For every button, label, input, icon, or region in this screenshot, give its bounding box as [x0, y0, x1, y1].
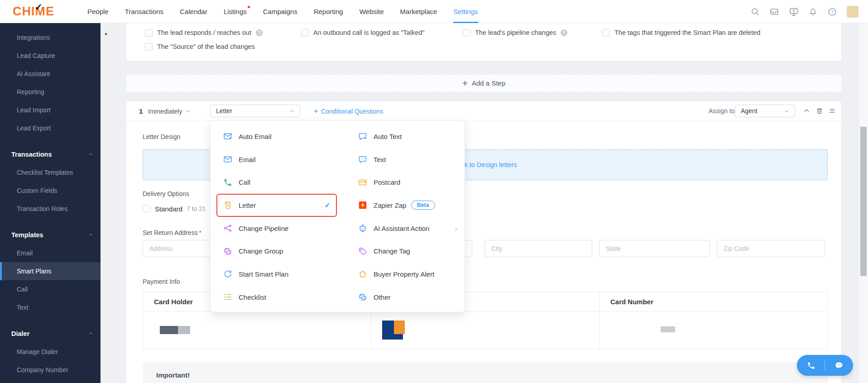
inbox-icon[interactable] — [769, 7, 779, 17]
avatar[interactable] — [847, 6, 858, 18]
nav-calendar[interactable]: Calendar — [180, 0, 207, 23]
delete-step-icon[interactable] — [816, 107, 823, 116]
nav-people[interactable]: People — [87, 0, 109, 23]
scroll-up-arrow-icon[interactable]: ▲ — [101, 31, 111, 36]
menu-item-postcard[interactable]: Postcard — [345, 171, 465, 194]
zip-code-input[interactable] — [717, 240, 825, 257]
important-note-panel: Important! — [143, 362, 828, 383]
billing-icon[interactable]: $ — [789, 7, 799, 17]
delivery-standard-option[interactable]: Standard 7 to 21 — [143, 205, 206, 213]
city-input[interactable] — [484, 240, 592, 257]
sidebar-item-email[interactable]: Email — [0, 244, 101, 262]
menu-item-other[interactable]: Other — [345, 286, 465, 309]
collapse-step-icon[interactable] — [803, 107, 810, 116]
nav-reporting[interactable]: Reporting — [314, 0, 343, 23]
menu-item-ai-assistant-action[interactable]: AI Assistant Action › — [345, 217, 465, 240]
sidebar-item-manage-dialer[interactable]: Manage Dialer — [0, 343, 101, 361]
chime-logo[interactable]: CHIM✓E — [13, 5, 54, 19]
required-asterisk: * — [199, 229, 201, 236]
floating-contact-widget — [797, 355, 853, 376]
timing-select[interactable]: Immediately — [148, 101, 190, 121]
chat-icon[interactable] — [825, 361, 853, 370]
submenu-chevron-icon: › — [455, 224, 457, 233]
help-icon[interactable]: ? — [827, 7, 837, 17]
sidebar-item-lead-capture[interactable]: Lead Capture — [0, 47, 101, 65]
sidebar-item-transaction-roles[interactable]: Transaction Roles — [0, 200, 101, 218]
trigger-pipeline-changes[interactable]: The lead's pipeline changes ? — [463, 27, 567, 38]
search-icon[interactable] — [750, 7, 760, 16]
state-input[interactable] — [599, 240, 710, 257]
checkbox[interactable] — [463, 29, 470, 37]
card-number-masked-value — [661, 326, 675, 332]
menu-item-zapier-zap[interactable]: Zapier Zap Beta — [345, 194, 465, 217]
main-nav: People Transactions Calendar Listings Ca… — [87, 0, 478, 23]
menu-item-buyer-property-alert[interactable]: Buyer Property Alert — [345, 263, 465, 286]
sidebar-item-company-number[interactable]: Company Number — [0, 361, 101, 379]
assignee-select[interactable]: Agent — [735, 105, 795, 117]
sidebar-item-smart-plans[interactable]: Smart Plans — [0, 262, 101, 280]
help-icon[interactable]: ? — [256, 29, 263, 36]
menu-item-letter-selected[interactable]: Letter ✓ — [216, 194, 337, 217]
sidebar-item-reporting[interactable]: Reporting — [0, 83, 101, 101]
sidebar-item-call[interactable]: Call — [0, 280, 101, 298]
menu-item-change-group[interactable]: Change Group — [211, 239, 345, 263]
sidebar-item-lead-import[interactable]: Lead Import — [0, 101, 101, 119]
menu-item-text[interactable]: Text — [345, 148, 465, 171]
conditional-questions-link[interactable]: +Conditional Questions — [314, 101, 383, 121]
menu-item-auto-email[interactable]: Auto Email — [211, 125, 345, 148]
nav-listings[interactable]: Listings — [224, 0, 247, 23]
trigger-outbound-call[interactable]: An outbound call is logged as "Talked" — [301, 27, 425, 38]
app-window: CHIM✓E People Transactions Calendar List… — [0, 0, 868, 383]
menu-item-call[interactable]: Call — [211, 171, 345, 194]
step-number: 1 — [139, 101, 143, 121]
nav-settings[interactable]: Settings — [453, 0, 478, 23]
nav-campaigns[interactable]: Campaigns — [263, 0, 297, 23]
phone-icon[interactable] — [797, 361, 825, 370]
sidebar-item-ai-assistant[interactable]: AI Assistant — [0, 65, 101, 83]
letter-icon — [223, 201, 232, 210]
card-brand-logo — [382, 321, 405, 340]
sidebar-section-dialer[interactable]: Dialer — [0, 325, 101, 343]
chevron-up-icon — [88, 145, 93, 163]
sidebar-item-custom-fields[interactable]: Custom Fields — [0, 182, 101, 200]
card-holder-masked-value — [160, 326, 371, 334]
sidebar-item-lead-export[interactable]: Lead Export — [0, 119, 101, 137]
payment-table-row — [143, 311, 827, 349]
menu-item-start-smart-plan[interactable]: Start Smart Plan — [211, 263, 345, 286]
trigger-tags-deleted[interactable]: The tags that triggered the Smart Plan a… — [602, 27, 760, 38]
notifications-icon[interactable] — [808, 7, 818, 16]
sidebar-item-integrations[interactable]: Integrations — [0, 29, 101, 47]
letter-design-label: Letter Design — [143, 133, 180, 140]
beta-badge: Beta — [411, 201, 435, 210]
scrollbar-thumb[interactable] — [860, 127, 867, 276]
action-type-select[interactable]: Letter — [210, 105, 300, 117]
sidebar-scrollbar[interactable]: ▲ — [101, 23, 111, 383]
sidebar-section-transactions[interactable]: Transactions — [0, 145, 101, 163]
trigger-lead-responds[interactable]: The lead responds / reaches out ? — [145, 27, 263, 38]
postcard-icon — [358, 178, 367, 187]
chevron-up-icon — [88, 226, 93, 244]
menu-item-checklist[interactable]: Checklist — [211, 286, 345, 309]
trigger-source-changes[interactable]: The "Source" of the lead changes — [145, 41, 255, 52]
checkbox[interactable] — [145, 29, 153, 37]
menu-item-email[interactable]: Email — [211, 148, 345, 171]
nav-website[interactable]: Website — [360, 0, 384, 23]
nav-marketplace[interactable]: Marketplace — [400, 0, 437, 23]
menu-item-change-pipeline[interactable]: Change Pipeline — [211, 217, 345, 240]
sidebar-section-templates[interactable]: Templates — [0, 226, 101, 244]
sidebar-item-text[interactable]: Text — [0, 298, 101, 316]
menu-item-change-tag[interactable]: Change Tag — [345, 239, 465, 263]
drag-handle-icon[interactable] — [829, 107, 836, 116]
chevron-down-icon — [784, 109, 789, 114]
checkbox[interactable] — [602, 29, 610, 37]
checkbox[interactable] — [145, 43, 153, 51]
nav-transactions[interactable]: Transactions — [125, 0, 163, 23]
page-scrollbar[interactable] — [858, 23, 868, 383]
sidebar-item-checklist-templates[interactable]: Checklist Templates — [0, 163, 101, 182]
menu-item-auto-text[interactable]: Auto Text — [345, 125, 465, 148]
add-step-button[interactable]: + Add a Step — [126, 74, 841, 92]
puzzle-icon — [358, 292, 367, 302]
radio-button[interactable] — [143, 205, 151, 213]
checkbox[interactable] — [301, 29, 309, 37]
help-icon[interactable]: ? — [561, 29, 567, 36]
